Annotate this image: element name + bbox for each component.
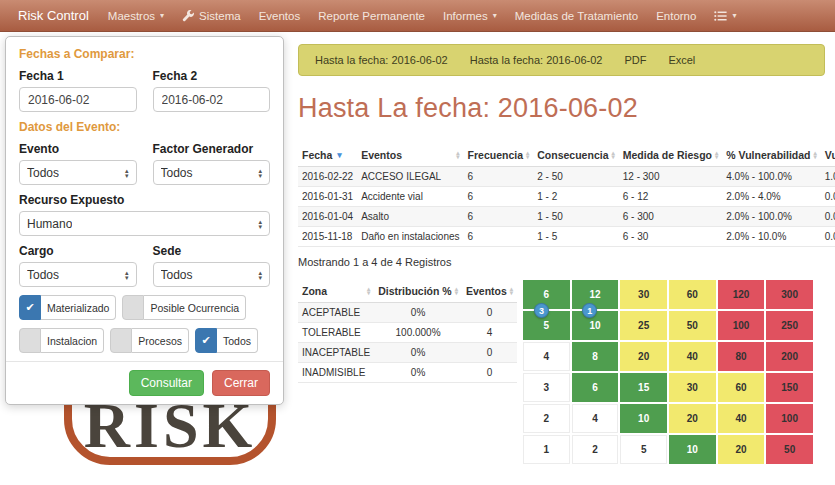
table-cell: 0% — [374, 303, 462, 323]
nav-item-reporte-permanente[interactable]: Reporte Permanente — [309, 0, 434, 31]
fecha2-label: Fecha 2 — [153, 69, 271, 83]
column-header-eventos[interactable]: Eventos▴▾ — [462, 280, 517, 303]
list-icon — [714, 10, 727, 22]
column-header-vulnerabilidad[interactable]: % Vulnerabilidad▴▾ — [722, 144, 820, 167]
table-row[interactable]: TOLERABLE100.000%4 — [298, 323, 517, 343]
column-header-eventos[interactable]: Eventos▴▾ — [357, 144, 463, 167]
table-cell: 2016-01-31 — [298, 187, 357, 207]
column-label: Fecha — [302, 149, 332, 161]
matrix-cell-r1c3: 30 — [620, 280, 667, 309]
nav-item-maestros[interactable]: Maestros▾ — [99, 0, 173, 31]
matrix-cell-r5c1: 2 — [523, 404, 570, 433]
risk-matrix: 6123060120300510255010025048204080200361… — [523, 280, 813, 464]
nav-item-sistema[interactable]: Sistema — [173, 0, 250, 31]
recurso-expuesto-select[interactable]: Humano ▴▾ — [19, 211, 270, 236]
alert-text-2: Hasta la fecha: 2016-06-02 — [470, 54, 603, 66]
column-header-fecha[interactable]: Fecha▾ — [298, 144, 357, 167]
matrix-cell-r2c3: 25 — [620, 311, 667, 340]
sort-icon: ▴▾ — [526, 151, 529, 160]
table-row[interactable]: INADMISIBLE0%0 — [298, 363, 517, 383]
checkbox-instalacion[interactable]: Instalacion — [19, 328, 104, 353]
recurso-expuesto-label: Recurso Expuesto — [19, 193, 270, 207]
column-header-vul-marginal[interactable]: Vul. Marginal▴▾ — [821, 144, 835, 167]
fecha1-input[interactable] — [19, 87, 137, 112]
chevron-down-icon: ▾ — [160, 11, 164, 20]
zone-table: Zona▴▾Distribución %▴▾Eventos▴▾ ACEPTABL… — [298, 280, 517, 383]
sort-icon: ▴▾ — [814, 151, 817, 160]
column-header-distribuci-n[interactable]: Distribución %▴▾ — [374, 280, 462, 303]
column-header-zona[interactable]: Zona▴▾ — [298, 280, 374, 303]
table-row[interactable]: 2016-01-31Accidente vial61 - 26 - 122.0%… — [298, 187, 835, 207]
nav-item-eventos[interactable]: Eventos — [250, 0, 310, 31]
checkbox-unchecked-icon[interactable] — [110, 328, 132, 353]
evento-select[interactable]: Todos ▴▾ — [19, 160, 137, 185]
checkbox-unchecked-icon[interactable] — [19, 328, 41, 353]
chevron-down-icon: ▾ — [732, 11, 736, 20]
nav-menu: Maestros▾SistemaEventosReporte Permanent… — [99, 0, 746, 31]
panel-footer: Consultar Cerrar — [6, 361, 283, 404]
table-cell: 4.0% - 100.0% — [722, 167, 820, 187]
table-cell: TOLERABLE — [298, 323, 374, 343]
checkbox-posible-ocurrencia[interactable]: Posible Ocurrencia — [122, 295, 246, 320]
matrix-cell-r6c4: 10 — [669, 435, 716, 464]
checkbox-materializado[interactable]: ✔Materializado — [19, 295, 116, 320]
nav-item-list-menu[interactable]: ▾ — [705, 0, 745, 31]
checkbox-todos[interactable]: ✔Todos — [195, 328, 258, 353]
table-row[interactable]: 2016-02-22ACCESO ILEGAL62 - 5012 - 3004.… — [298, 167, 835, 187]
check-row-2: InstalacionProcesos✔Todos — [19, 328, 270, 353]
matrix-cell-r2c4: 50 — [669, 311, 716, 340]
events-table: Fecha▾Eventos▴▾Frecuencia▴▾Consecuencia▴… — [298, 144, 835, 247]
matrix-cell-r4c4: 30 — [669, 373, 716, 402]
column-header-frecuencia[interactable]: Frecuencia▴▾ — [464, 144, 534, 167]
evento-select-value: Todos — [27, 166, 59, 180]
navbar: Risk Control Maestros▾SistemaEventosRepo… — [0, 0, 835, 32]
excel-link[interactable]: Excel — [668, 54, 695, 66]
nav-item-medidas-de-tratamiento[interactable]: Medidas de Tratamiento — [506, 0, 647, 31]
checkbox-label: Procesos — [132, 328, 189, 353]
checkbox-checked-icon[interactable]: ✔ — [195, 328, 217, 353]
table-row[interactable]: ACEPTABLE0%0 — [298, 303, 517, 323]
table-row[interactable]: 2015-11-18Daño en instalaciones61 - 56 -… — [298, 227, 835, 247]
column-header-medida-de-riesgo[interactable]: Medida de Riesgo▴▾ — [619, 144, 723, 167]
table-cell: 2016-01-04 — [298, 207, 357, 227]
column-header-consecuencia[interactable]: Consecuencia▴▾ — [533, 144, 618, 167]
pdf-link[interactable]: PDF — [624, 54, 646, 66]
matrix-cell-r3c4: 40 — [669, 342, 716, 371]
nav-item-entorno[interactable]: Entorno — [647, 0, 705, 31]
table-cell: 2016-02-22 — [298, 167, 357, 187]
matrix-cell-r1c5: 120 — [718, 280, 765, 309]
table-cell: 2.0% - 10.0% — [722, 227, 820, 247]
brand[interactable]: Risk Control — [8, 8, 99, 23]
nav-item-informes[interactable]: Informes▾ — [434, 0, 506, 31]
column-label: Distribución % — [378, 285, 452, 297]
matrix-cell-r5c4: 20 — [669, 404, 716, 433]
table-cell: 12 - 300 — [619, 167, 723, 187]
fecha2-input[interactable] — [153, 87, 271, 112]
cargo-select-value: Todos — [27, 268, 59, 282]
table-row[interactable]: 2016-01-04Asalto61 - 506 - 3002.0% - 100… — [298, 207, 835, 227]
cerrar-button[interactable]: Cerrar — [212, 370, 270, 396]
checkbox-procesos[interactable]: Procesos — [110, 328, 189, 353]
table-cell: 6 — [464, 227, 534, 247]
table-row[interactable]: INACEPTABLE0%0 — [298, 343, 517, 363]
matrix-cell-r1c6: 300 — [766, 280, 813, 309]
consultar-button[interactable]: Consultar — [129, 370, 204, 396]
checkbox-unchecked-icon[interactable] — [122, 295, 144, 320]
matrix-cell-r3c1: 4 — [523, 342, 570, 371]
table-cell: 0 — [462, 363, 517, 383]
sede-select[interactable]: Todos ▴▾ — [153, 262, 271, 287]
events-table-footer: Mostrando 1 a 4 de 4 Registros — [298, 256, 825, 268]
event-count-badge: 3 — [534, 303, 549, 318]
table-cell: 1 - 2 — [533, 187, 618, 207]
table-cell: 6 — [464, 207, 534, 227]
cargo-select[interactable]: Todos ▴▾ — [19, 262, 137, 287]
checkbox-checked-icon[interactable]: ✔ — [19, 295, 41, 320]
column-label: Medida de Riesgo — [623, 149, 712, 161]
select-arrows-icon: ▴▾ — [258, 168, 262, 178]
factor-generador-select[interactable]: Todos ▴▾ — [153, 160, 271, 185]
factor-generador-label: Factor Generador — [153, 142, 271, 156]
table-cell: 0 — [462, 303, 517, 323]
sort-icon: ▴▾ — [715, 151, 718, 160]
column-label: Vul. Marginal — [825, 149, 835, 161]
matrix-cell-r6c2: 2 — [572, 435, 619, 464]
